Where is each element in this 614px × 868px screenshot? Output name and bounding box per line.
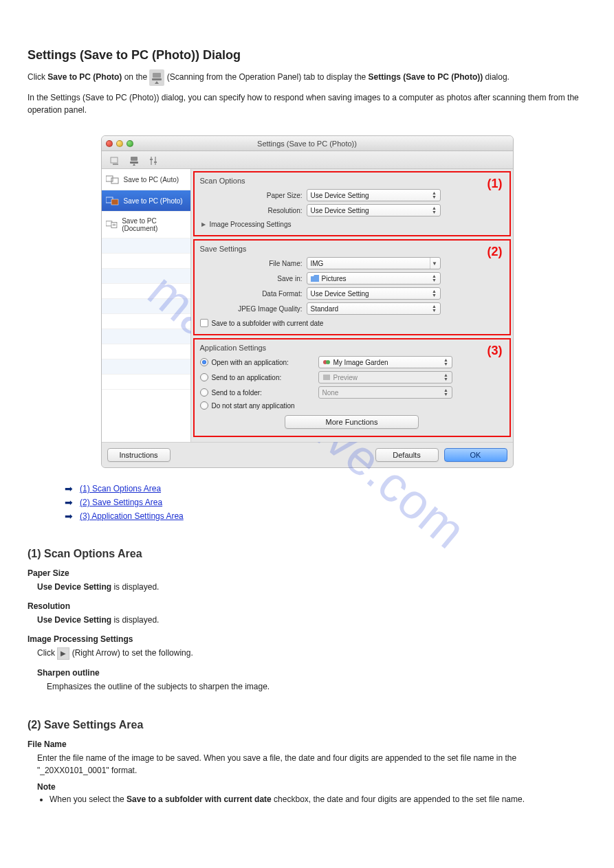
section-links: ➡ (1) Scan Options Area ➡ (2) Save Setti… bbox=[65, 483, 586, 522]
save-settings-group: (2) Save Settings File Name: IMG ▼ Save … bbox=[193, 239, 511, 335]
stepper-icon: ▲▼ bbox=[430, 205, 439, 216]
svg-rect-6 bbox=[151, 157, 152, 165]
disclosure-triangle-icon: ▶ bbox=[201, 221, 206, 227]
save-pc-photo-icon bbox=[106, 196, 120, 205]
file-name-desc: Enter the file name of the image to be s… bbox=[37, 752, 586, 777]
jpeg-quality-select[interactable]: Standard ▲▼ bbox=[307, 302, 441, 315]
tab-scan-from-panel-icon[interactable] bbox=[125, 153, 143, 168]
paper-size-select[interactable]: Use Device Setting ▲▼ bbox=[307, 189, 441, 201]
svg-rect-20 bbox=[323, 375, 330, 380]
sidebar-item-label: Save to PC (Photo) bbox=[124, 197, 183, 205]
svg-rect-1 bbox=[152, 78, 162, 80]
resolution-value: Use Device Setting bbox=[311, 207, 369, 214]
open-with-value: My Image Garden bbox=[333, 359, 388, 366]
defaults-button[interactable]: Defaults bbox=[375, 448, 439, 462]
save-in-value: Pictures bbox=[322, 275, 347, 282]
link-save-settings[interactable]: (2) Save Settings Area bbox=[80, 498, 162, 507]
titlebar: Settings (Save to PC (Photo)) bbox=[102, 136, 513, 151]
resolution-desc: Use Device Setting is displayed. bbox=[37, 614, 586, 626]
save-settings-title: Save Settings bbox=[200, 245, 504, 253]
intro-text-1b: (Scanning from the Operation Panel) tab … bbox=[167, 72, 509, 82]
combo-arrow-icon: ▼ bbox=[430, 258, 439, 269]
send-folder-label: Send to a folder: bbox=[212, 389, 315, 397]
stepper-icon: ▲▼ bbox=[430, 273, 439, 284]
tab-scan-from-computer-icon[interactable] bbox=[106, 153, 124, 168]
send-folder-select[interactable]: None ▲▼ bbox=[318, 386, 452, 399]
intro-paragraph-1: Click Save to PC (Photo) on the (Scannin… bbox=[28, 69, 586, 86]
svg-rect-5 bbox=[130, 162, 138, 164]
save-in-select[interactable]: Pictures ▲▼ bbox=[307, 272, 441, 285]
sidebar-item-label: Save to PC (Auto) bbox=[124, 176, 179, 183]
sidebar-item-auto[interactable]: Save to PC (Auto) bbox=[102, 169, 190, 190]
data-format-label: Data Format: bbox=[200, 290, 307, 298]
save-pc-doc-icon bbox=[106, 220, 118, 230]
send-app-select[interactable]: Preview ▲▼ bbox=[318, 371, 452, 383]
arrow-right-icon: ➡ bbox=[65, 511, 73, 522]
tab-general-settings-icon[interactable] bbox=[144, 153, 162, 168]
link-scan-options[interactable]: (1) Scan Options Area bbox=[80, 484, 161, 493]
send-folder-radio[interactable] bbox=[200, 388, 208, 397]
sidebar-item-photo[interactable]: Save to PC (Photo) bbox=[102, 190, 190, 212]
image-processing-settings-label: Image Processing Settings bbox=[210, 221, 292, 228]
ips-desc-a: Click bbox=[37, 648, 57, 658]
note-label: Note bbox=[37, 782, 586, 792]
resolution-select[interactable]: Use Device Setting ▲▼ bbox=[307, 204, 441, 216]
svg-rect-9 bbox=[154, 162, 157, 163]
stepper-icon: ▲▼ bbox=[430, 303, 439, 314]
stepper-icon: ▲▼ bbox=[430, 288, 439, 299]
svg-rect-8 bbox=[150, 159, 153, 160]
svg-point-19 bbox=[326, 360, 330, 364]
link-application-settings[interactable]: (3) Application Settings Area bbox=[80, 511, 184, 521]
note-block: Note When you select the Save to a subfo… bbox=[37, 782, 586, 804]
sidebar-item-label: Save to PC (Document) bbox=[122, 217, 186, 232]
save-pc-icon bbox=[106, 175, 120, 184]
send-app-value: Preview bbox=[333, 374, 358, 381]
ok-button[interactable]: OK bbox=[444, 448, 507, 462]
dialog-footer: Instructions Defaults OK bbox=[102, 442, 513, 467]
svg-rect-4 bbox=[131, 157, 138, 161]
sidebar-item-document[interactable]: Save to PC (Document) bbox=[102, 212, 190, 238]
paper-size-term: Paper Size bbox=[28, 568, 586, 578]
stepper-icon: ▲▼ bbox=[441, 387, 451, 398]
resolution-label: Resolution: bbox=[200, 207, 307, 214]
do-not-start-label: Do not start any application bbox=[212, 402, 295, 410]
window-title: Settings (Save to PC (Photo)) bbox=[102, 140, 513, 148]
instructions-button[interactable]: Instructions bbox=[107, 448, 171, 462]
note-text: When you select the Save to a subfolder … bbox=[50, 794, 586, 804]
ips-term: Image Processing Settings bbox=[28, 634, 586, 644]
paper-size-label: Paper Size: bbox=[200, 192, 307, 199]
stepper-icon: ▲▼ bbox=[441, 357, 451, 368]
tabbar bbox=[102, 151, 513, 169]
page-heading: Settings (Save to PC (Photo)) Dialog bbox=[28, 48, 586, 63]
open-with-select[interactable]: My Image Garden ▲▼ bbox=[318, 356, 452, 368]
stepper-icon: ▲▼ bbox=[441, 372, 451, 383]
do-not-start-radio[interactable] bbox=[200, 401, 208, 410]
svg-rect-13 bbox=[111, 199, 118, 205]
arrow-right-icon: ➡ bbox=[65, 497, 73, 508]
subfolder-label: Save to a subfolder with current date bbox=[212, 320, 324, 327]
data-format-select[interactable]: Use Device Setting ▲▼ bbox=[307, 287, 441, 300]
panel-tab-icon bbox=[149, 69, 164, 86]
scan-options-group: (1) Scan Options Paper Size: Use Device … bbox=[193, 171, 511, 236]
svg-rect-2 bbox=[111, 157, 118, 163]
open-with-radio[interactable] bbox=[200, 358, 208, 366]
intro-paragraph-2: In the Settings (Save to PC (Photo)) dia… bbox=[28, 91, 586, 116]
ips-desc: Click ▶ (Right Arrow) to set the followi… bbox=[37, 647, 586, 660]
scan-options-title: Scan Options bbox=[200, 177, 504, 185]
section-1-heading: (1) Scan Options Area bbox=[28, 548, 586, 560]
file-name-input[interactable]: IMG ▼ bbox=[307, 257, 441, 269]
svg-rect-0 bbox=[153, 73, 161, 78]
section-2-heading: (2) Save Settings Area bbox=[28, 719, 586, 731]
more-functions-button[interactable]: More Functions bbox=[285, 415, 419, 429]
send-folder-value: None bbox=[322, 389, 339, 397]
jpeg-quality-value: Standard bbox=[311, 305, 339, 313]
subfolder-checkbox[interactable] bbox=[200, 319, 208, 327]
sharpen-term: Sharpen outline bbox=[37, 668, 586, 678]
file-name-value: IMG bbox=[311, 260, 324, 267]
intro-text-1a: Click Save to PC (Photo) on the bbox=[28, 72, 149, 82]
paper-size-desc: Use Device Setting is displayed. bbox=[37, 581, 586, 593]
image-processing-settings-row[interactable]: ▶ Image Processing Settings bbox=[200, 221, 504, 228]
send-app-radio[interactable] bbox=[200, 373, 208, 381]
open-with-label: Open with an application: bbox=[212, 359, 315, 366]
save-in-label: Save in: bbox=[200, 275, 307, 282]
